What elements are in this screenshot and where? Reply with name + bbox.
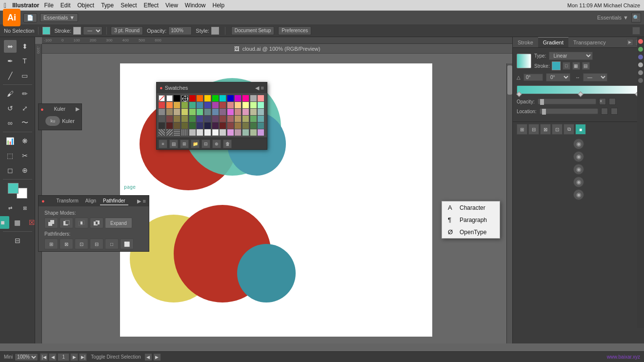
tab-stroke[interactable]: Stroke [513, 37, 538, 47]
blend-tool[interactable]: ∞ [4, 117, 17, 129]
screen-mode-btn[interactable]: ⊟ [11, 234, 24, 247]
panel-icon-2[interactable]: ⊟ [528, 124, 539, 135]
pen-tool[interactable]: ✒ [4, 55, 17, 67]
symbol-tool[interactable]: ❋ [19, 135, 31, 147]
swatches-menu-btn[interactable]: ≡ [261, 85, 264, 91]
swatch-874[interactable] [174, 116, 180, 122]
page-input[interactable] [58, 353, 69, 361]
swatches-close-btn[interactable]: ● [160, 85, 163, 91]
swatch-pattern4[interactable] [181, 129, 188, 136]
text-tool[interactable]: T [19, 55, 31, 67]
circle-icon-4[interactable]: ◉ [573, 177, 584, 187]
gradient-btn-1[interactable]: □ [563, 62, 570, 70]
tab-transparency[interactable]: Transparency [568, 37, 611, 47]
ctx-paragraph[interactable]: ¶ Paragraph [442, 214, 500, 226]
circle-icon-5[interactable]: ◉ [573, 189, 584, 200]
swatch-red[interactable] [189, 95, 196, 101]
swatch-d9d[interactable] [227, 129, 234, 136]
style-swatch[interactable] [211, 27, 219, 35]
swatch-844b[interactable] [227, 122, 234, 129]
fill-color-box[interactable] [8, 183, 19, 194]
intersect-btn[interactable] [75, 218, 88, 228]
opacity-slider[interactable] [538, 99, 596, 104]
swatch-663[interactable] [181, 122, 188, 129]
swatch-ff9[interactable] [242, 102, 249, 108]
gradient-btn-3[interactable]: ▤ [582, 62, 590, 70]
swatch-green[interactable] [212, 95, 219, 101]
swatch-744[interactable] [166, 116, 173, 122]
swatch-d44[interactable] [159, 102, 165, 108]
swatch-888[interactable] [159, 109, 165, 115]
scroll-right-btn[interactable]: ▶ [154, 354, 161, 361]
scrollbar-thumb[interactable] [507, 65, 512, 95]
swatch-tool-1[interactable]: ≡ [159, 140, 167, 148]
app-doc-btn[interactable]: 📄 [23, 13, 37, 22]
swatch-pattern3[interactable] [174, 129, 180, 136]
select-tool[interactable]: ⬌ [4, 40, 17, 53]
swatch-9ba[interactable] [242, 129, 249, 136]
swatch-reg[interactable] [181, 95, 188, 101]
swatch-tool-4[interactable]: 📁 [191, 140, 200, 148]
shape-tool[interactable]: ▭ [19, 69, 31, 82]
swatch-c88[interactable] [235, 109, 241, 115]
tab-gradient[interactable]: Gradient [538, 37, 568, 47]
stroke-weight-select[interactable]: — [83, 26, 102, 35]
swatch-8a4[interactable] [181, 102, 188, 108]
angle-input[interactable] [523, 74, 543, 81]
swatch-tool-7[interactable]: 🗑 [223, 140, 232, 148]
circle-cyan-bottom[interactable] [237, 244, 296, 302]
color-strip-icon-5[interactable] [638, 70, 643, 75]
swatch-4840[interactable] [250, 122, 257, 129]
swatch-bbb[interactable] [189, 129, 196, 136]
swatch-eee[interactable] [204, 129, 211, 136]
workspace-switcher[interactable]: Essentials ▼ [40, 13, 78, 22]
swatch-cyan[interactable] [220, 95, 226, 101]
nav-last-btn[interactable]: ▶| [79, 353, 87, 361]
more-options-btn[interactable] [632, 27, 640, 35]
pf-menu-btn[interactable]: ≡ [143, 198, 146, 204]
menu-object[interactable]: Object [78, 2, 95, 9]
swatch-pattern2[interactable] [166, 129, 173, 136]
slice-tool[interactable]: ✂ [19, 149, 31, 162]
swatch-b9a[interactable] [235, 129, 241, 136]
menu-edit[interactable]: Edit [60, 2, 71, 9]
panel-icon-1[interactable]: ⊞ [517, 124, 527, 135]
swatch-pattern1[interactable] [159, 129, 165, 136]
outline-btn[interactable]: □ [105, 239, 119, 249]
warp-tool[interactable]: 〜 [19, 117, 31, 129]
search-icon[interactable]: 🔍 [631, 13, 641, 22]
apple-menu[interactable]:  [4, 1, 6, 9]
eraser-tool[interactable]: ◻ [4, 164, 17, 177]
zoom-tool[interactable]: ⊕ [19, 164, 31, 177]
swatch-448[interactable] [197, 116, 203, 122]
color-strip-icon-6[interactable] [638, 78, 643, 83]
swatch-tool-3[interactable]: ⊞ [180, 140, 189, 148]
angle-select[interactable]: 0° [546, 73, 570, 81]
circle-icon-1[interactable]: ◉ [573, 139, 584, 149]
swatch-ab9[interactable] [250, 129, 257, 136]
opacity-close-btn[interactable]: × [599, 98, 606, 105]
ctx-opentype[interactable]: Ø OpenType [442, 226, 500, 238]
swatch-622[interactable] [220, 122, 226, 129]
swatch-6aa[interactable] [258, 116, 264, 122]
swatch-44a[interactable] [204, 102, 211, 108]
paintbrush-tool[interactable]: 🖌 [4, 87, 17, 100]
direct-select-tool[interactable]: ⬍ [19, 40, 31, 53]
circle-icon-3[interactable]: ◉ [573, 164, 584, 175]
swatch-4a8[interactable] [189, 102, 196, 108]
swatch-484[interactable] [189, 116, 196, 122]
swatch-488[interactable] [258, 122, 264, 129]
gradient-btn-2[interactable]: ▦ [572, 62, 580, 70]
swatch-tool-5[interactable]: ⊟ [201, 140, 210, 148]
panel-icon-3[interactable]: ⊠ [540, 124, 551, 135]
swatch-a44-2[interactable] [220, 102, 226, 108]
swatch-363[interactable] [189, 122, 196, 129]
swatch-9fc[interactable] [258, 102, 264, 108]
swatch-a4a[interactable] [212, 102, 219, 108]
swatch-black[interactable] [174, 95, 180, 101]
swatch-688[interactable] [204, 109, 211, 115]
fill-swatch[interactable] [42, 27, 50, 35]
menu-select[interactable]: Select [121, 2, 137, 9]
location-select[interactable] [611, 108, 618, 115]
tab-align[interactable]: Align [82, 197, 99, 205]
